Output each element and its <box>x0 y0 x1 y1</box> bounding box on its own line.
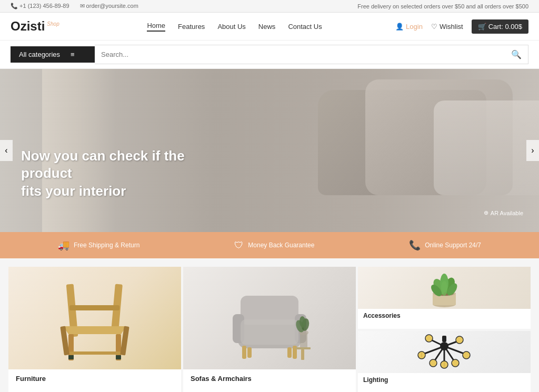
header: Ozisti Shop Home Features About Us News … <box>0 13 539 41</box>
accessories-label: Accessories <box>363 312 525 319</box>
search-input-wrap: 🔍 <box>95 45 528 64</box>
category-furniture[interactable]: Furniture <box>8 267 181 392</box>
cart-button[interactable]: 🛒 Cart: 0.00$ <box>472 19 528 34</box>
svg-rect-25 <box>296 347 311 349</box>
lighting-image <box>358 331 531 373</box>
search-icon: 🔍 <box>511 50 522 59</box>
armchair-svg <box>227 285 312 364</box>
logo[interactable]: Ozisti Shop <box>11 19 74 34</box>
benefits-bar: 🚚 Free Shipping & Return 🛡 Money Back Gu… <box>0 232 539 258</box>
cart-icon: 🛒 <box>478 23 486 31</box>
pillow-right <box>434 100 539 195</box>
search-input[interactable] <box>95 46 505 63</box>
svg-point-49 <box>463 351 470 359</box>
svg-rect-8 <box>116 355 121 359</box>
accessories-image <box>358 267 531 309</box>
menu-icon: ≡ <box>71 51 75 58</box>
email-icon: ✉ <box>80 3 85 9</box>
svg-point-51 <box>425 335 433 342</box>
hero-slider: ‹ › Now you can check if the product fit… <box>0 69 539 232</box>
category-lighting[interactable]: Lighting <box>358 331 531 392</box>
promo-text: Free delivery on selected orders over $5… <box>357 3 528 9</box>
wishlist-button[interactable]: ♡ Wishlist <box>431 23 463 31</box>
lighting-label: Lighting <box>363 376 525 384</box>
ar-badge: ⊕ AR Available <box>484 209 523 216</box>
accessories-label-area: Accessories <box>358 309 531 324</box>
main-nav: Home Features About Us News Contact Us <box>84 22 385 32</box>
search-button[interactable]: 🔍 <box>505 45 528 64</box>
svg-rect-7 <box>68 355 74 359</box>
phone-support-icon: 📞 <box>409 239 421 251</box>
svg-rect-19 <box>287 347 292 358</box>
categories-button[interactable]: All categories ≡ <box>11 46 95 63</box>
hero-headline: Now you can check if the product fits yo… <box>21 147 232 200</box>
categories-section: Furniture <box>0 258 539 392</box>
svg-marker-3 <box>63 326 126 334</box>
svg-point-50 <box>456 336 463 344</box>
svg-rect-52 <box>442 336 446 342</box>
phone-info: 📞 +1 (123) 456-89-89 <box>11 3 69 9</box>
login-icon: 👤 <box>395 23 404 31</box>
chair-svg <box>58 274 132 363</box>
sofas-label-area: Sofas & Armchairs <box>183 369 356 390</box>
sofas-image <box>183 267 356 369</box>
heart-icon: ♡ <box>431 23 437 31</box>
shipping-icon: 🚚 <box>58 239 69 251</box>
benefit-money-back: 🛡 Money Back Guarantee <box>234 240 314 251</box>
shield-icon: 🛡 <box>234 240 244 251</box>
ar-icon: ⊕ <box>484 209 488 216</box>
furniture-image <box>8 267 181 369</box>
chandelier-svg <box>415 333 473 371</box>
nav-features[interactable]: Features <box>178 23 205 31</box>
svg-rect-18 <box>247 347 252 358</box>
nav-contact[interactable]: Contact Us <box>288 23 322 31</box>
sofas-label: Sofas & Armchairs <box>191 375 348 383</box>
lighting-label-area: Lighting <box>358 373 531 388</box>
top-bar: 📞 +1 (123) 456-89-89 ✉ order@yoursite.co… <box>0 0 539 13</box>
benefit-support: 📞 Online Support 24/7 <box>409 239 481 251</box>
benefit-shipping: 🚚 Free Shipping & Return <box>58 239 139 251</box>
nav-home[interactable]: Home <box>147 22 165 32</box>
svg-rect-15 <box>241 319 298 345</box>
slider-next-button[interactable]: › <box>526 140 539 161</box>
search-bar: All categories ≡ 🔍 <box>0 41 539 69</box>
svg-rect-26 <box>301 349 304 360</box>
header-actions: 👤 Login ♡ Wishlist 🛒 Cart: 0.00$ <box>395 19 528 34</box>
svg-rect-2 <box>69 305 119 310</box>
hero-content: Now you can check if the product fits yo… <box>21 147 232 200</box>
svg-point-36 <box>441 281 447 296</box>
svg-point-46 <box>430 359 437 367</box>
slider-prev-button[interactable]: ‹ <box>0 140 13 161</box>
plant-svg <box>421 268 468 308</box>
email-info: ✉ order@yoursite.com <box>80 3 138 9</box>
nav-about[interactable]: About Us <box>217 23 245 31</box>
svg-rect-16 <box>242 346 246 359</box>
category-sofas[interactable]: Sofas & Armchairs <box>183 267 356 392</box>
svg-point-48 <box>452 359 459 367</box>
furniture-label-area: Furniture <box>8 369 181 390</box>
login-button[interactable]: 👤 Login <box>395 23 423 31</box>
furniture-label: Furniture <box>16 375 174 383</box>
svg-rect-6 <box>69 351 121 355</box>
category-accessories[interactable]: Accessories <box>358 267 531 329</box>
nav-news[interactable]: News <box>258 23 276 31</box>
phone-icon: 📞 <box>11 3 18 9</box>
